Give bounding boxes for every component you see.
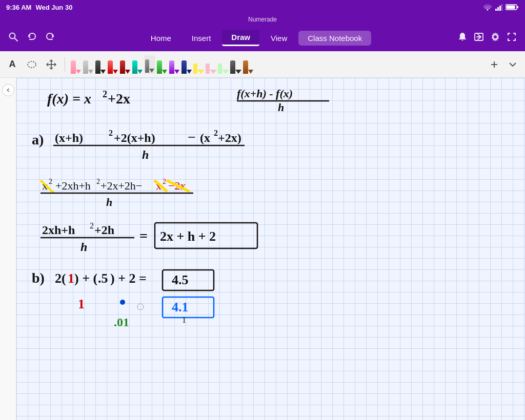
status-left: 9:36 AM Wed Jun 30 [6,4,72,11]
svg-text:(x: (x [200,131,210,144]
svg-text:4.5: 4.5 [172,272,189,287]
pen-gray[interactable] [83,55,94,74]
svg-text:2x + h + 2: 2x + h + 2 [160,229,216,244]
redo-icon[interactable] [45,32,55,45]
svg-rect-1 [497,7,499,11]
pen-red[interactable] [107,55,118,74]
svg-point-63 [120,300,125,305]
tab-home[interactable]: Home [142,31,180,46]
svg-text:2: 2 [96,178,100,185]
expand-icon[interactable] [507,32,517,45]
nav-left [8,32,55,45]
more-tools-button[interactable] [504,56,521,73]
pen-green[interactable] [156,55,168,74]
text-tool[interactable]: A [4,56,21,73]
svg-text:1: 1 [68,271,74,286]
svg-text:2xh+h: 2xh+h [42,223,75,237]
nav-bar: Home Insert Draw View Class Notebook [0,25,525,51]
svg-text:2(: 2( [55,271,66,286]
svg-text:f(x+h) - f(x): f(x+h) - f(x) [237,87,293,100]
toolbar-right [486,56,521,73]
app-name-bar: Numerade [0,14,525,25]
pen-tools-group [70,55,483,74]
svg-text:−: − [188,129,196,145]
svg-text:(x+h): (x+h) [55,131,83,144]
svg-text:+2xh+h: +2xh+h [55,179,91,192]
svg-rect-3 [501,4,502,11]
left-panel [0,78,16,420]
pen-black[interactable] [95,55,106,74]
pen-darkgray-thick[interactable] [230,55,241,74]
search-icon[interactable] [8,32,18,45]
toolbar: A [0,51,525,78]
lasso-tool[interactable] [24,56,40,73]
add-tool-button[interactable] [486,56,502,73]
pen-purple[interactable] [169,55,180,74]
tab-view[interactable]: View [261,31,296,46]
nav-right [457,32,517,45]
svg-text:) + 2 =: ) + 2 = [110,271,147,286]
time-display: 9:36 AM [6,4,31,11]
svg-point-12 [28,61,36,68]
svg-text:2: 2 [214,129,218,137]
bell-icon[interactable] [457,32,468,45]
main-content: f(x) = x 2 +2x f(x+h) - f(x) h a) (x+h) … [0,78,525,420]
svg-rect-2 [499,6,501,11]
svg-text:2: 2 [163,178,166,185]
svg-rect-0 [495,9,497,11]
settings-icon[interactable] [490,32,500,45]
status-right [483,4,519,11]
pen-lightpink[interactable] [70,55,82,74]
canvas-area[interactable]: f(x) = x 2 +2x f(x+h) - f(x) h a) (x+h) … [16,78,525,420]
svg-line-8 [15,38,18,41]
svg-text:h: h [142,148,149,161]
svg-point-68 [137,304,144,310]
highlighter-pink[interactable] [206,55,217,74]
svg-text:+2x: +2x [108,91,130,107]
pen-teal[interactable] [132,55,143,74]
svg-text:=: = [139,228,148,244]
pen-orange[interactable] [243,55,254,74]
wifi-icon [483,4,492,11]
svg-text:2: 2 [90,221,94,230]
pen-selected-gray[interactable] [144,55,155,74]
share-icon[interactable] [474,32,484,45]
svg-text:2: 2 [49,178,52,185]
tab-insert[interactable]: Insert [183,31,220,46]
undo-icon[interactable] [27,32,37,45]
svg-text:.5: .5 [98,271,108,286]
svg-rect-5 [517,6,519,8]
date-display: Wed Jun 30 [35,4,72,11]
svg-text:+2(x+h): +2(x+h) [114,131,155,144]
svg-point-11 [494,35,497,38]
pen-darkred[interactable] [119,55,131,74]
svg-text:a): a) [32,132,44,148]
svg-text:h: h [278,101,284,114]
move-tool[interactable] [43,56,59,73]
tab-class-notebook[interactable]: Class Notebook [298,31,371,46]
highlighter-green[interactable] [218,55,229,74]
signal-icon [495,4,502,11]
nav-center: Home Insert Draw View Class Notebook [142,30,371,46]
svg-text:+2h: +2h [94,223,114,237]
status-bar: 9:36 AM Wed Jun 30 [0,0,525,14]
pen-navy[interactable] [181,55,192,74]
toolbar-separator [65,57,65,72]
svg-rect-6 [507,6,515,9]
collapse-button[interactable] [2,84,14,96]
svg-text:) + (: ) + ( [74,271,97,286]
svg-text:2: 2 [109,129,113,137]
svg-text:1: 1 [78,297,85,311]
app-name: Numerade [248,16,277,23]
svg-text:+2x+2h−: +2x+2h− [100,179,142,192]
svg-text:b): b) [32,270,45,286]
svg-text:1: 1 [182,316,186,324]
svg-text:2: 2 [103,89,107,99]
tab-draw[interactable]: Draw [222,30,259,46]
svg-text:f(x) = x: f(x) = x [47,91,91,107]
svg-text:h: h [80,240,87,254]
math-content-svg: f(x) = x 2 +2x f(x+h) - f(x) h a) (x+h) … [16,78,525,420]
svg-text:4.1: 4.1 [172,300,189,314]
svg-text:+2x): +2x) [218,131,241,144]
highlighter-yellow[interactable] [193,55,205,74]
